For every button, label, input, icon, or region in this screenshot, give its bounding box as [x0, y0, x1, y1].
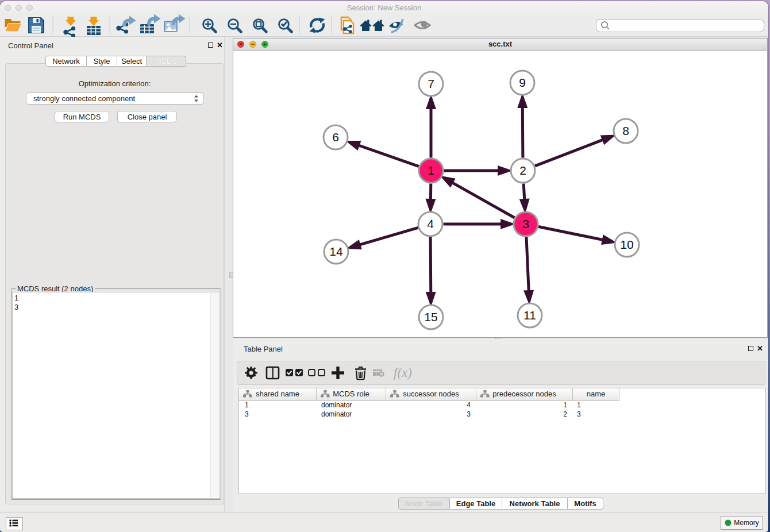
svg-text:6: 6: [332, 130, 339, 144]
svg-text:10: 10: [620, 238, 633, 251]
svg-text:9: 9: [519, 76, 526, 89]
svg-text:8: 8: [622, 124, 629, 137]
svg-text:3: 3: [522, 217, 529, 230]
svg-text:11: 11: [523, 309, 536, 322]
svg-text:f(x): f(x): [394, 365, 412, 380]
svg-text:1: 1: [428, 164, 434, 177]
svg-text:7: 7: [428, 77, 434, 90]
svg-text:15: 15: [424, 310, 437, 323]
svg-text:2: 2: [519, 164, 526, 177]
svg-text:14: 14: [329, 245, 343, 258]
svg-text:4: 4: [427, 217, 434, 230]
